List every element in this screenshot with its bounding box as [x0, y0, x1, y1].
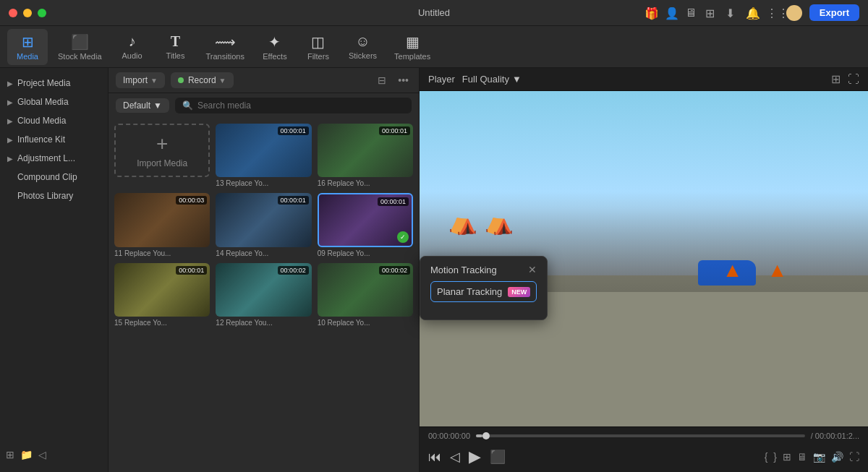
search-box: 🔍	[175, 98, 412, 113]
toolbar-item-audio[interactable]: ♪ Audio	[112, 29, 153, 65]
list-item[interactable]: 00:00:01 14 Replace Yo...	[216, 193, 311, 257]
filter-icon[interactable]: ⊟	[375, 74, 389, 86]
list-item[interactable]: 00:00:02 10 Replace Yo...	[318, 263, 413, 327]
skip-back-button[interactable]: ⏮	[428, 450, 441, 465]
layout-icon[interactable]: ⊞	[783, 451, 791, 463]
playback-right-controls: { } ⊞ 🖥 📷 🔊 ⛶	[765, 451, 859, 463]
search-icon: 🔍	[182, 100, 193, 111]
sidebar-item-influence-kit[interactable]: ▶ Influence Kit	[0, 130, 108, 149]
video-thumb[interactable]: 00:00:03	[114, 193, 210, 246]
sidebar-bottom: ⊞ 📁 ◁	[0, 443, 108, 466]
arrow-icon: ▶	[7, 117, 13, 125]
media-icon: ⊞	[22, 33, 34, 51]
play-button[interactable]: ▶	[469, 447, 481, 466]
sidebar-item-cloud-media[interactable]: ▶ Cloud Media	[0, 111, 108, 130]
list-item[interactable]: 00:00:02 12 Replace You...	[216, 263, 311, 327]
arrow-icon: ▶	[7, 155, 13, 163]
bracket-right-icon[interactable]: }	[773, 451, 777, 463]
import-button[interactable]: Import ▼	[116, 72, 165, 88]
audio-icon: ♪	[129, 33, 136, 50]
tent-icon-2	[485, 208, 514, 236]
sidebar-item-adjustment-l[interactable]: ▶ Adjustment L...	[0, 149, 108, 168]
sidebar-bottom-icon2[interactable]: 📁	[20, 449, 33, 460]
video-thumb[interactable]: 00:00:01	[216, 124, 311, 177]
apps-icon[interactable]: ⋮⋮	[766, 7, 779, 20]
list-item[interactable]: 00:00:01 15 Replace Yo...	[114, 263, 210, 327]
export-button[interactable]: Export	[809, 4, 859, 21]
media-panel-toolbar: Import ▼ Record ▼ ⊟ •••	[109, 68, 419, 93]
planar-tracking-item[interactable]: Planar Tracking NEW	[430, 281, 537, 302]
main-toolbar: ⊞ Media ⬛ Stock Media ♪ Audio T Titles ⟿…	[0, 26, 868, 68]
media-grid: + Import Media 00:00:01 13 Replace Yo...…	[109, 118, 419, 472]
sidebar-bottom-icon1[interactable]: ⊞	[6, 449, 14, 460]
fullscreen-icon[interactable]: ⛶	[849, 451, 859, 463]
video-thumb[interactable]: 00:00:02	[318, 263, 413, 317]
video-thumb[interactable]: 00:00:01	[216, 193, 311, 246]
record-dot-icon	[178, 77, 184, 83]
left-panel: ▶ Project Media ▶ Global Media ▶ Cloud M…	[0, 68, 109, 472]
sidebar-item-photos-library[interactable]: Photos Library	[0, 186, 108, 205]
search-input[interactable]	[197, 100, 404, 111]
toolbar-item-effects[interactable]: ✦ Effects	[255, 29, 295, 65]
list-item[interactable]: 00:00:01 ✓ 09 Replace Yo...	[318, 193, 413, 257]
toolbar-item-titles[interactable]: T Titles	[156, 29, 196, 65]
video-thumb[interactable]: 00:00:01	[318, 124, 413, 177]
toolbar-item-media[interactable]: ⊞ Media	[7, 29, 48, 65]
toolbar-item-templates[interactable]: ▦ Templates	[387, 29, 438, 65]
video-thumb[interactable]: 00:00:01	[114, 263, 210, 317]
bracket-left-icon[interactable]: {	[765, 451, 768, 463]
motion-tracking-popup: Motion Tracking ✕ Planar Tracking NEW	[420, 256, 548, 320]
list-item[interactable]: 00:00:03 11 Replace You...	[114, 193, 210, 257]
sidebar-item-global-media[interactable]: ▶ Global Media	[0, 93, 108, 111]
sidebar-item-project-media[interactable]: ▶ Project Media	[0, 74, 108, 93]
toolbar-item-transitions[interactable]: ⟿ Transitions	[199, 29, 252, 65]
volume-icon[interactable]: 🔊	[831, 451, 843, 463]
video-thumb[interactable]: 00:00:02	[216, 263, 311, 317]
playback-controls: ⏮ ◁ ▶ ⬛ { } ⊞ 🖥 📷 🔊 ⛶	[420, 445, 868, 472]
toolbar-item-stock-media[interactable]: ⬛ Stock Media	[51, 29, 109, 65]
toolbar-item-stickers[interactable]: ☺ Stickers	[341, 29, 384, 65]
gift-icon[interactable]: 🎁	[644, 7, 658, 20]
maximize-button[interactable]	[38, 9, 46, 17]
grid-view-icon[interactable]: ⊞	[831, 72, 841, 86]
sidebar-item-compound-clip[interactable]: Compound Clip	[0, 168, 108, 186]
crop-icon[interactable]: ⛶	[848, 73, 859, 86]
grid-icon[interactable]: ⊞	[705, 7, 718, 20]
bell-icon[interactable]: 🔔	[746, 7, 759, 20]
more-icon[interactable]: •••	[395, 74, 412, 86]
quality-dropdown[interactable]: Full Quality ▼	[462, 74, 522, 85]
titles-icon: T	[171, 33, 180, 50]
camera-icon[interactable]: 📷	[813, 451, 825, 463]
timeline-playhead-dot	[482, 432, 490, 439]
list-item[interactable]: + Import Media	[114, 124, 210, 187]
list-item[interactable]: 00:00:01 13 Replace Yo...	[216, 124, 311, 187]
step-back-button[interactable]: ◁	[450, 449, 460, 465]
filters-icon: ◫	[311, 33, 325, 51]
popup-header: Motion Tracking ✕	[430, 264, 537, 275]
download-icon[interactable]: ⬇	[726, 7, 739, 20]
tent-icon	[448, 208, 477, 236]
collapse-sidebar-icon[interactable]: ◁	[38, 449, 46, 460]
popup-close-button[interactable]: ✕	[528, 264, 537, 275]
stop-button[interactable]: ⬛	[490, 449, 506, 465]
person-icon[interactable]: 👤	[665, 7, 678, 20]
arrow-icon: ▶	[7, 136, 13, 144]
close-button[interactable]	[9, 9, 17, 17]
preview-timeline-bar[interactable]	[476, 434, 805, 437]
toolbar-item-filters[interactable]: ◫ Filters	[298, 29, 339, 65]
list-item[interactable]: 00:00:01 16 Replace Yo...	[318, 124, 413, 187]
import-media-thumb[interactable]: + Import Media	[114, 124, 210, 177]
dropdown-arrow-icon: ▼	[219, 77, 226, 85]
minimize-button[interactable]	[23, 9, 32, 17]
monitor-icon[interactable]: 🖥	[797, 451, 807, 463]
stock-media-icon: ⬛	[71, 33, 89, 51]
avatar[interactable]	[786, 5, 802, 21]
sort-arrow-icon: ▼	[153, 100, 162, 111]
display-icon[interactable]: 🖥	[685, 7, 698, 20]
video-thumb-selected[interactable]: 00:00:01 ✓	[318, 193, 413, 246]
default-sort-button[interactable]: Default ▼	[116, 98, 169, 113]
quality-arrow-icon: ▼	[512, 74, 522, 85]
preview-controls: 00:00:00:00 / 00:00:01:2...	[420, 426, 868, 445]
arrow-icon: ▶	[7, 80, 13, 87]
record-button[interactable]: Record ▼	[171, 72, 234, 88]
